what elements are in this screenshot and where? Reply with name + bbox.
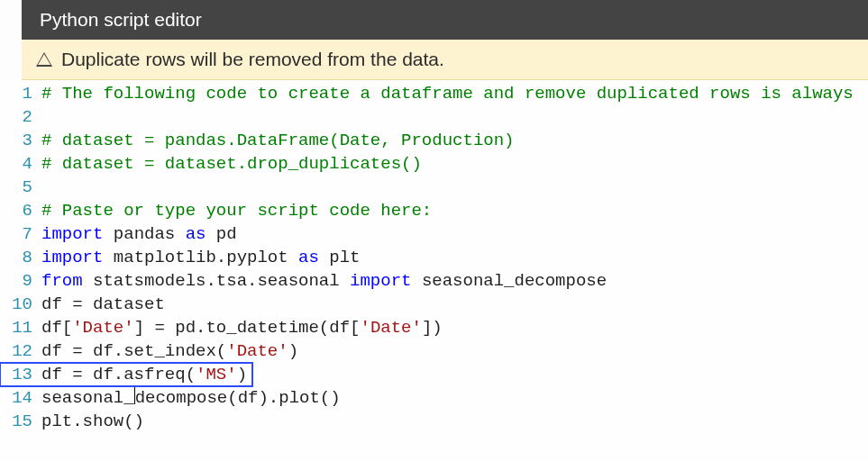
code-editor[interactable]: 1# The following code to create a datafr… bbox=[0, 80, 868, 461]
line-number: 12 bbox=[0, 339, 41, 363]
code-line[interactable]: 2 bbox=[0, 105, 868, 129]
line-number: 8 bbox=[0, 246, 41, 269]
code-content[interactable]: df = dataset bbox=[41, 293, 165, 316]
code-line[interactable]: 8import matplotlib.pyplot as plt bbox=[0, 246, 868, 269]
code-token: # dataset = pandas.DataFrame(Date, Produ… bbox=[41, 131, 515, 150]
code-token: # Paste or type your script code here: bbox=[41, 201, 432, 221]
code-token: df = df.asfreq( bbox=[41, 365, 196, 384]
code-token: 'Date' bbox=[360, 318, 421, 338]
code-token: seasonal_decompose bbox=[411, 271, 607, 291]
code-content[interactable]: import pandas as pd bbox=[41, 222, 237, 246]
line-number: 6 bbox=[0, 199, 41, 222]
code-token: matplotlib.pyplot bbox=[103, 248, 298, 267]
code-line[interactable]: 10df = dataset bbox=[0, 293, 868, 316]
line-number: 13 bbox=[0, 363, 41, 386]
line-number: 3 bbox=[0, 129, 41, 152]
code-token: ) bbox=[288, 341, 298, 361]
code-token: as bbox=[186, 224, 206, 244]
warning-bar: Duplicate rows will be removed from the … bbox=[22, 40, 868, 80]
line-number: 14 bbox=[0, 386, 41, 410]
code-token: ) bbox=[237, 365, 247, 384]
code-token: ' bbox=[196, 365, 206, 384]
code-token: as bbox=[298, 248, 319, 267]
code-token: df = df.set_index( bbox=[41, 341, 226, 361]
code-token: decompose(df).plot() bbox=[135, 388, 341, 408]
code-line[interactable]: 7import pandas as pd bbox=[0, 222, 868, 246]
editor-title-bar: Python script editor bbox=[22, 0, 868, 40]
code-content[interactable]: # The following code to create a datafra… bbox=[41, 82, 854, 105]
line-number: 11 bbox=[0, 316, 41, 339]
warning-icon bbox=[36, 52, 52, 67]
line-number: 9 bbox=[0, 269, 41, 293]
python-script-editor: Python script editor Duplicate rows will… bbox=[0, 0, 868, 461]
code-line[interactable]: 5 bbox=[0, 176, 868, 199]
code-token: df[ bbox=[41, 318, 72, 338]
code-content[interactable]: df = df.set_index('Date') bbox=[41, 339, 298, 363]
code-token: ' bbox=[226, 365, 236, 384]
line-number: 4 bbox=[0, 152, 41, 176]
code-content[interactable]: from statsmodels.tsa.seasonal import sea… bbox=[41, 269, 607, 293]
code-token: ] = pd.to_datetime(df[ bbox=[134, 318, 361, 338]
code-line[interactable]: 11df['Date'] = pd.to_datetime(df['Date']… bbox=[0, 316, 868, 339]
code-token: plt.show() bbox=[41, 411, 144, 431]
code-token: 'Date' bbox=[226, 341, 288, 361]
code-line[interactable]: 14seasonal_decompose(df).plot() bbox=[0, 386, 868, 410]
code-line[interactable]: 4# dataset = dataset.drop_duplicates() bbox=[0, 152, 868, 176]
code-token: from bbox=[41, 271, 83, 291]
code-content[interactable]: import matplotlib.pyplot as plt bbox=[41, 246, 360, 269]
line-number: 10 bbox=[0, 293, 41, 316]
code-token: seasonal_ bbox=[41, 388, 134, 408]
code-content[interactable]: plt.show() bbox=[41, 410, 144, 433]
code-line[interactable]: 3# dataset = pandas.DataFrame(Date, Prod… bbox=[0, 129, 868, 152]
code-token: import bbox=[41, 248, 103, 267]
code-token: plt bbox=[319, 248, 361, 267]
line-number: 5 bbox=[0, 176, 41, 199]
code-content[interactable]: # Paste or type your script code here: bbox=[41, 199, 432, 222]
code-line[interactable]: 13df = df.asfreq('MS') bbox=[0, 363, 252, 386]
code-content[interactable]: seasonal_decompose(df).plot() bbox=[41, 386, 341, 410]
code-content[interactable]: # dataset = dataset.drop_duplicates() bbox=[41, 152, 422, 176]
code-token: import bbox=[350, 271, 411, 291]
editor-title: Python script editor bbox=[40, 9, 202, 30]
code-token: # dataset = dataset.drop_duplicates() bbox=[41, 154, 422, 174]
code-token: import bbox=[41, 224, 103, 244]
line-number: 2 bbox=[0, 105, 41, 129]
code-line[interactable]: 9from statsmodels.tsa.seasonal import se… bbox=[0, 269, 868, 293]
code-token: MS bbox=[206, 365, 226, 384]
line-number: 1 bbox=[0, 82, 41, 105]
line-number: 7 bbox=[0, 222, 41, 246]
code-line[interactable]: 15plt.show() bbox=[0, 410, 868, 433]
warning-text: Duplicate rows will be removed from the … bbox=[61, 49, 444, 70]
code-line[interactable]: 1# The following code to create a datafr… bbox=[0, 82, 868, 105]
code-token: 'Date' bbox=[72, 318, 133, 338]
code-content[interactable]: df = df.asfreq('MS') bbox=[41, 363, 247, 386]
code-content[interactable]: # dataset = pandas.DataFrame(Date, Produ… bbox=[41, 129, 515, 152]
code-token: ]) bbox=[422, 318, 443, 338]
code-line[interactable]: 6# Paste or type your script code here: bbox=[0, 199, 868, 222]
code-content[interactable]: df['Date'] = pd.to_datetime(df['Date']) bbox=[41, 316, 443, 339]
code-token: pandas bbox=[103, 224, 185, 244]
code-token: df = dataset bbox=[41, 294, 165, 314]
code-token: statsmodels.tsa.seasonal bbox=[83, 271, 350, 291]
line-number: 15 bbox=[0, 410, 41, 433]
code-token: # The following code to create a datafra… bbox=[41, 84, 854, 104]
code-token: pd bbox=[206, 224, 236, 244]
code-line[interactable]: 12df = df.set_index('Date') bbox=[0, 339, 868, 363]
